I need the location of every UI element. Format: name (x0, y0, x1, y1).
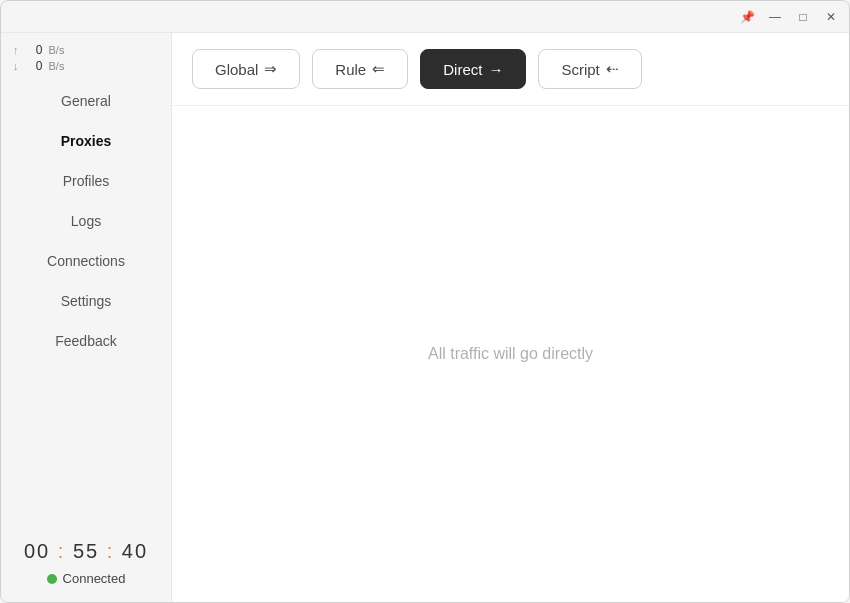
mode-tabs: Global ⇒ Rule ⇐ Direct → Script ⇠ (172, 33, 849, 106)
tab-rule[interactable]: Rule ⇐ (312, 49, 408, 89)
download-arrow-icon: ↓ (13, 60, 19, 72)
upload-value: 0 (25, 43, 43, 57)
session-timer: 00 : 55 : 40 (13, 540, 159, 563)
title-bar: 📌 — □ ✕ (1, 1, 849, 33)
content-message: All traffic will go directly (428, 345, 593, 363)
sidebar: ↑ 0 B/s ↓ 0 B/s General Proxies Profiles… (1, 33, 171, 602)
content-area: Global ⇒ Rule ⇐ Direct → Script ⇠ All (171, 33, 849, 602)
download-stat: ↓ 0 B/s (13, 59, 159, 73)
connection-label: Connected (63, 571, 126, 586)
sidebar-item-settings[interactable]: Settings (9, 283, 163, 319)
sidebar-item-proxies[interactable]: Proxies (9, 123, 163, 159)
content-body: All traffic will go directly (172, 106, 849, 602)
upload-unit: B/s (49, 44, 65, 56)
connection-status: Connected (13, 571, 159, 586)
tab-global[interactable]: Global ⇒ (192, 49, 300, 89)
download-unit: B/s (49, 60, 65, 72)
colon-1: : (50, 540, 73, 562)
download-value: 0 (25, 59, 43, 73)
timer-hours: 00 (24, 540, 50, 562)
tab-direct-label: Direct (443, 61, 482, 78)
colon-2: : (99, 540, 122, 562)
sidebar-item-feedback[interactable]: Feedback (9, 323, 163, 359)
main-layout: ↑ 0 B/s ↓ 0 B/s General Proxies Profiles… (1, 33, 849, 602)
tab-global-label: Global (215, 61, 258, 78)
app-window: 📌 — □ ✕ ↑ 0 B/s ↓ 0 B/s (0, 0, 850, 603)
pin-button[interactable]: 📌 (737, 7, 757, 27)
traffic-stats: ↑ 0 B/s ↓ 0 B/s (1, 37, 171, 81)
timer-minutes: 55 (73, 540, 99, 562)
script-icon: ⇠ (606, 60, 619, 78)
sidebar-bottom: 00 : 55 : 40 Connected (1, 524, 171, 602)
global-icon: ⇒ (264, 60, 277, 78)
sidebar-item-profiles[interactable]: Profiles (9, 163, 163, 199)
minimize-button[interactable]: — (765, 7, 785, 27)
upload-stat: ↑ 0 B/s (13, 43, 159, 57)
sidebar-item-connections[interactable]: Connections (9, 243, 163, 279)
tab-script[interactable]: Script ⇠ (538, 49, 641, 89)
sidebar-item-logs[interactable]: Logs (9, 203, 163, 239)
tab-script-label: Script (561, 61, 599, 78)
maximize-button[interactable]: □ (793, 7, 813, 27)
timer-seconds: 40 (122, 540, 148, 562)
close-button[interactable]: ✕ (821, 7, 841, 27)
tab-rule-label: Rule (335, 61, 366, 78)
title-bar-controls: 📌 — □ ✕ (737, 7, 841, 27)
upload-arrow-icon: ↑ (13, 44, 19, 56)
direct-icon: → (488, 61, 503, 78)
tab-direct[interactable]: Direct → (420, 49, 526, 89)
sidebar-item-general[interactable]: General (9, 83, 163, 119)
status-dot-icon (47, 574, 57, 584)
rule-icon: ⇐ (372, 60, 385, 78)
